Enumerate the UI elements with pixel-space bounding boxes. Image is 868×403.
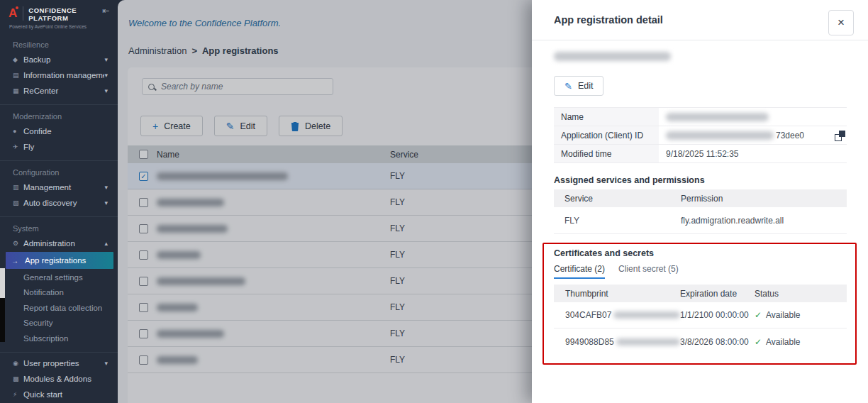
table-header-row: Service Permission: [554, 189, 847, 207]
sidebar-item-confide[interactable]: ● Confide: [0, 123, 118, 139]
section-label: Modernization: [0, 108, 118, 123]
sidebar-item-security[interactable]: Security: [0, 316, 118, 331]
expiration-cell: 1/1/2100 00:00:00: [680, 310, 755, 320]
column-header-service: Service: [554, 194, 681, 204]
certificates-highlight-box: Certificates and secrets Certificate (2)…: [542, 243, 857, 365]
copy-icon[interactable]: [835, 131, 845, 141]
status-badge: Available: [766, 310, 800, 320]
breadcrumb-current: App registrations: [202, 45, 279, 56]
field-row-client-id: Application (Client) ID 73dee0: [554, 126, 847, 145]
chevron-down-icon[interactable]: ▾: [104, 56, 108, 63]
sidebar-item-backup[interactable]: ◆ Backup ▾: [0, 52, 118, 67]
tab-certificate[interactable]: Certificate (2): [554, 264, 605, 279]
table-row: 9949088D85 3/8/2026 08:00:00 ✓Available: [554, 329, 847, 355]
edit-button[interactable]: ✎ Edit: [214, 116, 267, 136]
brand-name: CONFIDENCE PLATFORM: [28, 6, 77, 22]
row-checkbox[interactable]: [139, 250, 148, 260]
welcome-banner: Welcome to the Confidence Platform.: [128, 18, 281, 28]
trash-icon: [291, 121, 299, 131]
chat-icon: ●: [13, 128, 23, 135]
check-icon: ✓: [755, 310, 762, 320]
sidebar-collapse-icon[interactable]: ⇤: [102, 6, 109, 16]
chevron-down-icon[interactable]: ▾: [104, 360, 108, 367]
row-checkbox[interactable]: ✓: [139, 172, 148, 181]
sidebar-item-information-management[interactable]: ▤ Information management ▾: [0, 67, 118, 83]
table-header-row: Thumbprint Expiration date Status: [554, 285, 847, 302]
row-checkbox[interactable]: [139, 198, 148, 207]
redacted-value: [666, 113, 769, 121]
tab-client-secret[interactable]: Client secret (5): [618, 264, 679, 279]
panel-title: App registration detail: [554, 14, 663, 26]
check-icon: ✓: [755, 337, 762, 347]
client-id-suffix: 73dee0: [776, 131, 804, 140]
certificates-tabs: Certificate (2) Client secret (5): [554, 264, 847, 279]
sidebar-item-general-settings[interactable]: General settings: [0, 270, 118, 285]
field-row-name: Name: [554, 108, 847, 126]
row-checkbox[interactable]: [139, 329, 148, 338]
brand-logo-icon: A: [9, 6, 23, 21]
breadcrumb-separator-icon: >: [191, 45, 197, 56]
certificates-heading: Certificates and secrets: [554, 248, 847, 258]
redacted-name: [157, 356, 198, 364]
breadcrumb-parent[interactable]: Administration: [128, 45, 187, 56]
user-icon: ◉: [13, 360, 23, 367]
pencil-icon: ✎: [564, 81, 572, 92]
sidebar-item-report-data-collection[interactable]: Report data collection: [0, 300, 118, 316]
column-header-expiration: Expiration date: [680, 289, 755, 299]
row-checkbox[interactable]: [139, 224, 148, 233]
sidebar-section-configuration: Configuration ▥ Management ▾ ▧ Auto disc…: [0, 160, 118, 211]
window-artifact: [0, 298, 5, 342]
row-checkbox[interactable]: [139, 355, 148, 365]
field-row-modified-time: Modified time 9/18/2025 11:52:35: [554, 145, 847, 163]
redacted-name: [157, 330, 224, 338]
chevron-down-icon[interactable]: ▾: [104, 184, 108, 191]
chevron-up-icon[interactable]: ▴: [104, 240, 108, 247]
redacted-thumbprint: [613, 311, 680, 319]
row-checkbox[interactable]: [139, 303, 148, 312]
search-input[interactable]: [160, 81, 327, 92]
shield-icon: ◆: [13, 56, 23, 63]
service-cell: FLY: [554, 216, 681, 226]
redacted-name: [157, 225, 228, 233]
redacted-thumbprint: [616, 338, 680, 346]
sidebar-item-app-registrations[interactable]: → App registrations: [6, 252, 113, 269]
create-button[interactable]: + Create: [140, 116, 203, 136]
discovery-icon: ▧: [13, 199, 23, 206]
redacted-value: [666, 131, 774, 140]
close-button[interactable]: ×: [828, 10, 854, 35]
plus-icon: +: [152, 121, 158, 131]
redacted-name: [157, 199, 224, 206]
sidebar-item-auto-discovery[interactable]: ▧ Auto discovery ▾: [0, 195, 118, 211]
certificates-table: Thumbprint Expiration date Status 304CAF…: [554, 285, 847, 355]
sidebar-item-management[interactable]: ▥ Management ▾: [0, 180, 118, 195]
document-icon: ▤: [13, 72, 23, 79]
sidebar-item-notification[interactable]: Notification: [0, 285, 118, 301]
column-header-status: Status: [755, 289, 847, 299]
chevron-down-icon[interactable]: ▾: [104, 87, 108, 94]
sidebar-item-modules-addons[interactable]: ▩ Modules & Addons: [0, 371, 118, 387]
sidebar-item-user-properties[interactable]: ◉ User properties ▾: [0, 355, 118, 371]
delete-button[interactable]: Delete: [279, 116, 343, 136]
table-row: FLY fly.admigration.readwrite.all: [554, 207, 847, 234]
sidebar-item-quick-start[interactable]: ⚡ Quick start: [0, 387, 118, 402]
gear-icon: ⚙: [13, 240, 23, 247]
row-checkbox[interactable]: [139, 277, 148, 286]
archive-icon: ▦: [13, 87, 23, 94]
search-box[interactable]: [142, 78, 333, 95]
chevron-down-icon[interactable]: ▾: [104, 72, 108, 79]
column-header-name: Name: [157, 150, 390, 160]
sidebar-item-administration[interactable]: ⚙ Administration ▴: [0, 236, 118, 251]
app-registration-detail-panel: App registration detail × ✎ Edit Name Ap…: [532, 0, 868, 403]
sidebar-item-fly[interactable]: ✈ Fly: [0, 139, 118, 155]
window-artifact: [0, 268, 5, 298]
select-all-checkbox[interactable]: [139, 150, 148, 159]
modules-icon: ▩: [13, 375, 23, 382]
thumbprint-prefix: 9949088D85: [565, 337, 614, 347]
column-header-thumbprint: Thumbprint: [554, 289, 680, 299]
sidebar-item-recenter[interactable]: ▦ ReCenter ▾: [0, 83, 118, 99]
sidebar-item-subscription[interactable]: Subscription: [0, 331, 118, 346]
chevron-down-icon[interactable]: ▾: [104, 199, 108, 206]
thumbprint-prefix: 304CAFB07: [565, 310, 611, 320]
panel-edit-button[interactable]: ✎ Edit: [554, 76, 603, 96]
redacted-name: [157, 304, 198, 311]
